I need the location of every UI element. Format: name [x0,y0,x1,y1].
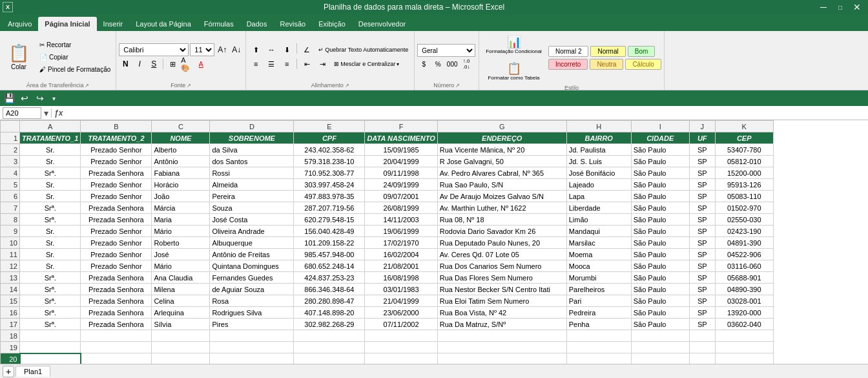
sheet-tab-planilha1[interactable]: Plan1 [16,366,50,377]
font-name-select[interactable]: Calibri [119,43,189,56]
italic-button[interactable]: I [133,58,146,70]
number-format-select[interactable]: Geral [417,44,475,57]
table-cell[interactable]: SP [689,156,715,167]
table-cell[interactable]: SP [689,191,715,202]
table-cell[interactable]: Arlequina [152,307,210,319]
table-cell[interactable]: Prezado Senhor [81,179,152,191]
underline-button[interactable]: S [147,58,160,70]
tab-dados[interactable]: Dados [240,17,274,31]
table-cell[interactable]: Parelheiros [566,284,631,295]
table-cell[interactable]: Pedreira [566,307,631,319]
table-cell[interactable]: 13920-000 [715,307,773,319]
table-cell[interactable]: SOBRENOME [210,132,294,144]
table-cell[interactable]: Roberto [152,237,210,249]
table-cell[interactable]: 680.652.248-14 [294,260,365,272]
table-cell[interactable]: Jd. S. Luis [566,156,631,167]
table-cell[interactable]: Antônio de Freitas [210,249,294,260]
table-cell[interactable]: SP [689,167,715,179]
table-cell[interactable]: São Paulo [631,167,689,179]
table-cell[interactable]: Rossi [210,167,294,179]
indent-decrease-button[interactable]: ⇤ [300,58,314,70]
redo-button[interactable]: ↪ [34,92,46,105]
table-cell[interactable]: 95913-126 [715,179,773,191]
table-cell[interactable] [20,353,81,364]
copy-button[interactable]: 📄 Copiar [37,52,113,63]
table-cell[interactable]: Sr. [20,191,81,202]
align-bottom-button[interactable]: ⬇ [280,43,294,56]
row-header-2[interactable]: 2 [1,144,20,156]
table-cell[interactable]: Rua Da Matruz, S/Nº [437,319,566,330]
table-cell[interactable]: Rodovia Dario Savador Km 26 [437,226,566,237]
table-cell[interactable]: SP [689,260,715,272]
row-header-13[interactable]: 13 [1,272,20,284]
table-cell[interactable]: Srª. [20,214,81,226]
table-cell[interactable] [81,330,152,342]
table-cell[interactable] [689,342,715,353]
table-cell[interactable]: Av. Ceres Qd. 07 Lote 05 [437,249,566,260]
col-header-f[interactable]: F [365,121,437,132]
table-cell[interactable]: Liberdade [566,202,631,214]
row-header-17[interactable]: 17 [1,319,20,330]
increase-decimal-button[interactable]: ↑.0 [460,58,473,63]
table-cell[interactable]: 04522-906 [715,249,773,260]
row-header-7[interactable]: 7 [1,202,20,214]
wrap-text-button[interactable]: ↵ Quebrar Texto Automaticamente [315,43,411,56]
border-button[interactable]: ⊞ [166,58,179,70]
table-cell[interactable]: Srª. [20,167,81,179]
formula-expand-icon[interactable]: ▾ [44,108,48,118]
table-cell[interactable]: São Paulo [631,237,689,249]
table-cell[interactable]: Prezada Senhora [81,307,152,319]
table-cell[interactable] [210,330,294,342]
table-cell[interactable]: 26/08/1999 [365,202,437,214]
table-cell[interactable]: 20/04/1999 [365,156,437,167]
table-cell[interactable]: 24/09/1999 [365,179,437,191]
indent-increase-button[interactable]: ⇥ [315,58,329,70]
table-cell[interactable]: Rua 08, Nº 18 [437,214,566,226]
table-cell[interactable]: São Paulo [631,214,689,226]
percent-button[interactable]: % [431,58,444,70]
tab-layout[interactable]: Layout da Página [129,17,198,31]
table-cell[interactable]: São Paulo [631,295,689,307]
col-header-e[interactable]: E [294,121,365,132]
table-cell[interactable] [365,342,437,353]
table-cell[interactable]: Prezado Senhor [81,260,152,272]
table-cell[interactable]: 02550-030 [715,214,773,226]
table-cell[interactable]: José Bonifácio [566,167,631,179]
table-cell[interactable]: Prezada Senhora [81,284,152,295]
table-cell[interactable]: Mário [152,226,210,237]
table-cell[interactable]: dos Santos [210,156,294,167]
table-cell[interactable]: José [152,249,210,260]
table-cell[interactable]: SP [689,319,715,330]
table-cell[interactable]: São Paulo [631,272,689,284]
table-cell[interactable]: Souza [210,202,294,214]
table-cell[interactable]: Prezada Senhora [81,295,152,307]
table-cell[interactable]: Alberto [152,144,210,156]
row-header-16[interactable]: 16 [1,307,20,319]
table-cell[interactable]: SP [689,226,715,237]
table-cell[interactable]: Almeida [210,179,294,191]
minimize-button[interactable]: ─ [815,1,832,14]
table-cell[interactable]: Ana Claudia [152,272,210,284]
conditional-format-button[interactable]: 📊 Formatação Condicional [482,32,546,58]
row-header-4[interactable]: 4 [1,167,20,179]
table-cell[interactable]: Prezado Senhor [81,226,152,237]
table-cell[interactable]: SP [689,202,715,214]
table-cell[interactable]: R Jose Galvagni, 50 [437,156,566,167]
table-cell[interactable]: Srª. [20,202,81,214]
table-cell[interactable]: São Paulo [631,226,689,237]
table-cell[interactable]: Mandaqui [566,226,631,237]
table-cell[interactable]: 156.040.428-49 [294,226,365,237]
formula-input[interactable] [65,107,865,119]
table-cell[interactable] [152,330,210,342]
align-middle-button[interactable]: ↔ [264,43,278,56]
table-cell[interactable]: São Paulo [631,144,689,156]
cell-reference-box[interactable] [3,107,41,119]
table-cell[interactable]: Prezada Senhora [81,202,152,214]
table-cell[interactable]: Sílvia [152,319,210,330]
table-cell[interactable]: Av. Pedro Alvares Cabral, Nº 365 [437,167,566,179]
table-cell[interactable]: CIDADE [631,132,689,144]
col-header-c[interactable]: C [152,121,210,132]
col-header-d[interactable]: D [210,121,294,132]
table-cell[interactable]: 407.148.898-20 [294,307,365,319]
row-header-12[interactable]: 12 [1,260,20,272]
